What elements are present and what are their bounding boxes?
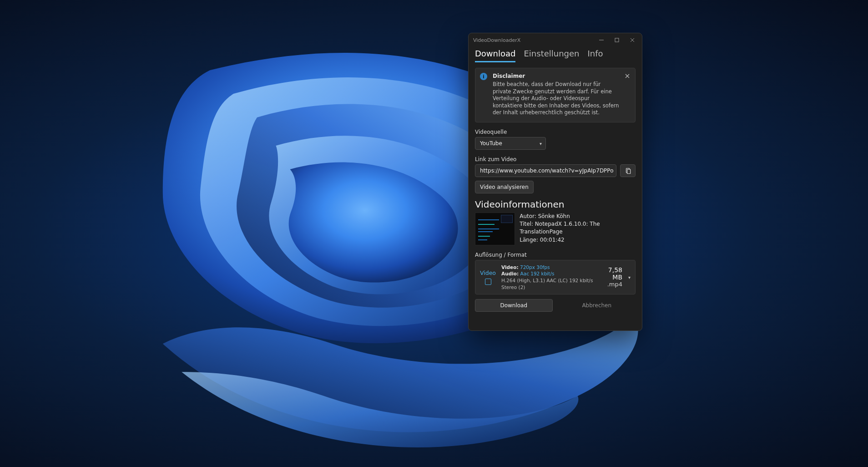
video-source-select[interactable]: YouTube ▾ [475,137,546,150]
video-url-input[interactable]: https://www.youtube.com/watch?v=yJpAIp7D… [475,164,616,177]
title-label: Titel: [520,221,533,227]
tab-download[interactable]: Download [475,49,515,62]
file-ext: .mp4 [601,281,622,288]
video-info-heading: Videoinformationen [475,199,636,210]
video-thumbnail [475,213,515,245]
window-title: VideoDownloaderX [473,37,520,43]
svg-rect-2 [627,169,631,174]
disclaimer-title: Disclaimer [493,73,620,79]
format-size: 7,58 MB .mp4 [601,266,622,288]
video-metadata: Autor: Sönke Köhn Titel: NotepadX 1.6.10… [520,213,636,245]
author-label: Autor: [520,213,536,219]
video-square-icon [485,279,491,285]
author-value: Sönke Köhn [538,213,570,219]
file-size: 7,58 MB [601,266,622,281]
maximize-button[interactable] [609,34,625,46]
video-source-value: YouTube [480,140,502,147]
format-label: Auflösung / Format [475,252,636,258]
format-chip: Video [480,269,496,285]
chevron-down-icon: ▾ [540,141,542,146]
chevron-down-icon: ▾ [628,274,631,279]
disclaimer-close-button[interactable] [623,72,631,80]
analyze-video-button[interactable]: Video analysieren [475,181,534,193]
length-label: Länge: [520,237,538,243]
app-window: VideoDownloaderX Download Einstellungen … [468,33,642,331]
disclaimer-box: i Disclaimer Bitte beachte, dass der Dow… [475,68,636,122]
codec-line: H.264 (High, L3.1) AAC (LC) 192 kbit/s S… [501,277,596,290]
titlebar[interactable]: VideoDownloaderX [469,33,642,47]
tab-info[interactable]: Info [588,49,603,62]
link-label: Link zum Video [475,156,636,162]
disclaimer-body: Bitte beachte, dass der Download nur für… [493,81,620,117]
minimize-button[interactable] [594,34,609,46]
paste-button[interactable] [620,164,636,177]
tab-bar: Download Einstellungen Info [475,49,636,62]
format-details: Video: 720px 30fps Audio: Aac 192 kbit/s… [501,264,596,291]
source-label: Videoquelle [475,129,636,135]
tab-settings[interactable]: Einstellungen [524,49,579,62]
length-value: 00:01:42 [540,237,565,243]
download-button[interactable]: Download [475,299,553,312]
format-select[interactable]: Video Video: 720px 30fps Audio: Aac 192 … [475,260,636,295]
svg-rect-0 [615,38,619,42]
close-button[interactable] [625,34,640,46]
format-chip-label: Video [480,269,496,276]
cancel-button: Abbrechen [558,299,636,312]
info-icon: i [480,73,487,80]
